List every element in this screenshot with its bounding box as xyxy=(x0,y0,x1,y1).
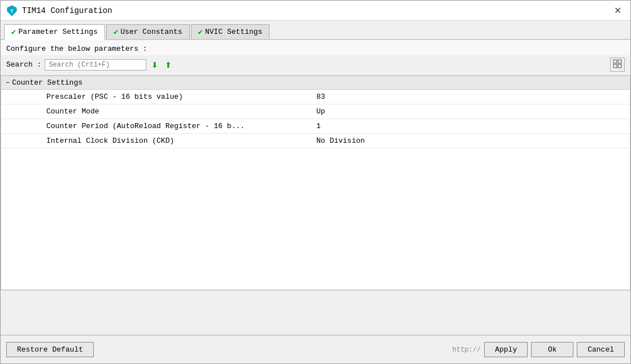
ok-button[interactable]: Ok xyxy=(531,342,573,357)
tab-user-constants[interactable]: ✔ User Constants xyxy=(106,24,190,39)
search-label: Search : xyxy=(6,60,41,69)
title-bar: T TIM14 Configuration ✕ xyxy=(1,1,630,21)
description-area xyxy=(1,290,630,335)
table-row: Counter Mode Up xyxy=(1,104,630,119)
svg-rect-4 xyxy=(613,64,617,68)
search-down-icon: ⬇ xyxy=(151,60,158,69)
close-button[interactable]: ✕ xyxy=(611,5,625,16)
restore-default-button[interactable]: Restore Default xyxy=(6,342,94,357)
config-header: Configure the below parameters : xyxy=(1,40,630,55)
tab-check-param: ✔ xyxy=(11,27,16,37)
footer-right: http:// Apply Ok Cancel xyxy=(452,342,625,357)
grid-icon xyxy=(613,59,622,68)
section-toggle-counter[interactable]: − xyxy=(6,79,10,87)
param-name-counter-mode: Counter Mode xyxy=(1,106,312,117)
svg-rect-3 xyxy=(618,60,621,63)
tab-parameter-settings[interactable]: ✔ Parameter Settings xyxy=(4,24,105,40)
apply-button[interactable]: Apply xyxy=(484,342,528,357)
table-row: Prescaler (PSC - 16 bits value) 83 xyxy=(1,90,630,104)
config-header-text: Configure the below parameters : xyxy=(6,45,147,53)
search-input[interactable] xyxy=(45,59,146,71)
footer-left: Restore Default xyxy=(6,342,94,357)
param-name-prescaler: Prescaler (PSC - 16 bits value) xyxy=(1,91,312,102)
svg-text:T: T xyxy=(10,9,14,15)
tab-label-user: User Constants xyxy=(120,28,182,36)
svg-rect-5 xyxy=(618,64,621,68)
title-bar-left: T TIM14 Configuration xyxy=(6,5,112,16)
tab-check-user: ✔ xyxy=(114,27,118,37)
tab-label-param: Parameter Settings xyxy=(18,28,97,36)
section-label-counter: Counter Settings xyxy=(12,78,82,87)
param-value-counter-period[interactable]: 1 xyxy=(312,121,325,131)
window-title: TIM14 Configuration xyxy=(22,6,112,15)
params-table: − Counter Settings Prescaler (PSC - 16 b… xyxy=(1,76,630,290)
search-down-button[interactable]: ⬇ xyxy=(150,59,160,71)
tab-check-nvic: ✔ xyxy=(198,27,203,37)
main-window: T TIM14 Configuration ✕ ✔ Parameter Sett… xyxy=(0,0,631,364)
shield-icon: T xyxy=(6,5,18,16)
content-area: Configure the below parameters : Search … xyxy=(1,40,630,335)
table-row: Internal Clock Division (CKD) No Divisio… xyxy=(1,134,630,148)
tab-nvic-settings[interactable]: ✔ NVIC Settings xyxy=(191,24,270,39)
url-text: http:// xyxy=(452,346,481,354)
search-up-icon: ⬆ xyxy=(165,60,172,69)
param-name-counter-period: Counter Period (AutoReload Register - 16… xyxy=(1,121,312,131)
search-up-button[interactable]: ⬆ xyxy=(163,59,173,71)
svg-rect-2 xyxy=(613,60,617,63)
tabs-bar: ✔ Parameter Settings ✔ User Constants ✔ … xyxy=(1,21,630,40)
tab-label-nvic: NVIC Settings xyxy=(205,28,262,36)
param-name-clock-division: Internal Clock Division (CKD) xyxy=(1,135,312,146)
param-value-counter-mode[interactable]: Up xyxy=(312,106,330,117)
search-bar: Search : ⬇ ⬆ xyxy=(1,55,630,76)
section-header-counter: − Counter Settings xyxy=(1,76,630,90)
param-value-prescaler[interactable]: 83 xyxy=(312,91,330,102)
table-row: Counter Period (AutoReload Register - 16… xyxy=(1,119,630,134)
footer: Restore Default http:// Apply Ok Cancel xyxy=(1,335,630,363)
table-view-button[interactable] xyxy=(610,58,625,72)
cancel-button[interactable]: Cancel xyxy=(577,342,625,357)
param-value-clock-division[interactable]: No Division xyxy=(312,135,369,146)
